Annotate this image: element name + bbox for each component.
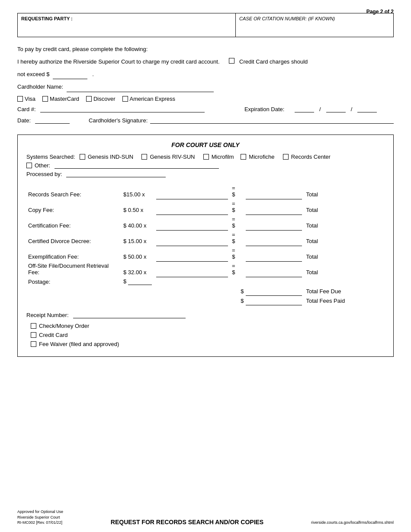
discover-label: Discover [93,96,116,102]
not-exceed-line: not exceed $ . [17,70,394,80]
microfilm-checkbox[interactable] [203,154,209,160]
footer-title: REQUEST FOR RECORDS SEARCH AND/OR COPIES [111,519,263,526]
footer-left: Approved for Optional Use Riverside Supe… [17,509,63,526]
records-center-checkbox[interactable] [283,154,289,160]
expiration-label: Expiration Date: [244,106,285,112]
fee-row: Certified Divorce Decree: $ 15.00 x = $ … [26,230,385,246]
credit-card-payment-label: Credit Card [39,332,67,338]
amex-label: American Express [130,96,175,102]
visa-label: Visa [25,96,35,102]
other-label: Other: [35,162,50,169]
date-label: Date: [17,117,31,124]
check-money-order-checkbox[interactable] [31,323,36,329]
court-use-title: FOR COURT USE ONLY [26,141,385,148]
card-type-row: Visa MasterCard Discover American Expres… [17,96,394,102]
footer: Approved for Optional Use Riverside Supe… [0,509,411,526]
microfiche-checkbox[interactable] [241,154,246,160]
processed-label: Processed by: [26,171,62,177]
exp-year-field[interactable] [357,106,377,112]
footer-right: riverside.courts.ca.gov/localfrms/localf… [311,520,394,526]
fee-waiver-label: Fee Waiver (filed and approved) [39,341,119,347]
mastercard-checkbox[interactable] [42,96,48,102]
court-use-box: FOR COURT USE ONLY Systems Searched: Gen… [17,135,394,357]
fee-waiver-option: Fee Waiver (filed and approved) [31,341,385,347]
total-fees-paid-label: Total Fees Paid [302,296,385,305]
credit-card-option: Credit Card [31,332,385,338]
visa-checkbox[interactable] [17,96,23,102]
processed-field[interactable] [66,170,166,177]
other-checkbox[interactable] [26,163,32,168]
receipt-row: Receipt Number: [26,311,385,318]
fee-row: Copy Fee: $ 0.50 x = $ Total [26,199,385,215]
fee-table: Records Search Fee: $15.00 x = $ Total C… [26,183,385,305]
cardholder-name-field[interactable] [67,83,214,92]
amex-checkbox[interactable] [122,96,128,102]
genesis-riv-checkbox[interactable] [141,154,147,160]
check-money-order-label: Check/Money Order [39,323,89,329]
check-money-order-option: Check/Money Order [31,323,385,329]
case-citation-label: CASE OR CITATION NUMBER: (IF KNOWN) [239,16,390,21]
fee-row: Certification Fee: $ 40.00 x = $ Total [26,215,385,230]
other-row: Other: [26,162,385,169]
fee-row: Off-Site File/Document Retrieval Fee: $ … [26,261,385,277]
date-field[interactable] [35,117,70,124]
fee-waiver-checkbox[interactable] [31,341,36,347]
receipt-number-field[interactable] [73,311,186,318]
genesis-ind-checkbox[interactable] [80,154,85,160]
exp-month-field[interactable] [295,106,314,112]
card-num-label: Card #: [17,106,36,112]
microfiche-label: Microfiche [249,154,274,160]
systems-searched-row: Systems Searched: Genesis IND-SUN Genesi… [26,154,385,160]
mastercard-label: MasterCard [50,96,79,102]
genesis-riv-label: Genesis RIV-SUN [150,154,195,160]
page-number: Page 2 of 2 [366,9,394,15]
microfilm-label: Microfilm [212,154,234,160]
date-sig-row: Date: Cardholder's Signature: [17,117,394,124]
cardholder-sig-label: Cardholder's Signature: [89,117,148,124]
discover-checkbox[interactable] [86,96,92,102]
total-fees-paid-row: $ Total Fees Paid [26,296,385,305]
fee-row: Records Search Fee: $15.00 x = $ Total [26,183,385,199]
credit-card-payment-checkbox[interactable] [31,332,36,338]
fee-row: Postage: $ [26,277,385,286]
auth-line: I hereby authorize the Riverside Superio… [17,58,394,67]
card-number-row: Card #: Expiration Date: / / [17,106,394,112]
header-table: REQUESTING PARTY : CASE OR CITATION NUMB… [17,13,394,37]
credit-card-charges-checkbox[interactable] [229,58,234,64]
amount-field[interactable] [53,70,87,80]
genesis-ind-label: Genesis IND-SUN [88,154,133,160]
exp-day-field[interactable] [326,106,346,112]
cardholder-name-row: Cardholder Name: [17,83,394,92]
records-center-label: Records Center [291,154,331,160]
requesting-party-label: REQUESTING PARTY : [21,16,232,21]
processed-row: Processed by: [26,170,385,177]
signature-field[interactable] [150,117,394,124]
receipt-label: Receipt Number: [26,312,69,318]
systems-label: Systems Searched: [26,154,75,160]
pay-text: To pay by credit card, please complete t… [17,45,394,54]
other-field[interactable] [55,162,219,169]
total-fee-due-label: Total Fee Due [302,286,385,296]
total-fee-due-row: $ Total Fee Due [26,286,385,296]
card-number-field[interactable] [40,106,205,112]
fee-row: Exemplification Fee: $ 50.00 x = $ Total [26,246,385,261]
